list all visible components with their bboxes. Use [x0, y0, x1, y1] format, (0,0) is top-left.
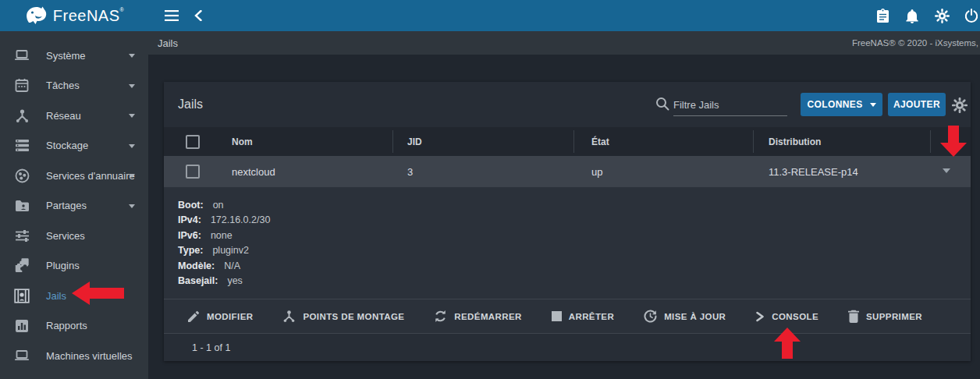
- search-icon: [655, 97, 669, 111]
- table-header: Nom JID État Distribution: [164, 127, 971, 156]
- detail-ipv4: IPv4:172.16.0.2/30: [178, 213, 971, 228]
- sidebar-item-stockage[interactable]: Stockage: [0, 131, 148, 161]
- pagination-footer: 1 - 1 of 1: [164, 333, 971, 361]
- row-details: Boot:on IPv4:172.16.0.2/30 IPv6:none Typ…: [164, 187, 971, 299]
- cell-jid: 3: [407, 166, 413, 178]
- select-all-checkbox[interactable]: [186, 135, 200, 149]
- freenas-app: FreeNAS®: [0, 0, 980, 379]
- console-button[interactable]: CONSOLE: [755, 311, 818, 322]
- sidebar-item-services[interactable]: Services: [0, 221, 148, 251]
- chevron-down-icon: [129, 114, 135, 118]
- column-header-jid[interactable]: JID: [407, 136, 422, 147]
- puzzle-icon: [14, 258, 30, 274]
- column-header-nom[interactable]: Nom: [232, 136, 253, 147]
- row-checkbox[interactable]: [186, 165, 200, 179]
- topbar: FreeNAS®: [0, 0, 980, 31]
- page-title: Jails: [178, 97, 203, 112]
- arreter-button[interactable]: ARRÊTER: [552, 311, 614, 321]
- copyright-text: FreeNAS® © 2020 - iXsystems,: [852, 38, 978, 48]
- sidebar-item-label: Réseau: [46, 110, 81, 122]
- cell-nom: nextcloud: [232, 166, 275, 178]
- mount-points-icon: [282, 310, 296, 323]
- sidebar-item-taches[interactable]: Tâches: [0, 71, 148, 101]
- detail-ipv6: IPv6:none: [178, 228, 971, 243]
- tasks-clipboard-icon[interactable]: [868, 0, 897, 31]
- sidebar-item-label: Tâches: [46, 80, 80, 91]
- breadcrumb-bar: Jails FreeNAS® © 2020 - iXsystems,: [148, 31, 980, 55]
- modifier-button[interactable]: MODIFIER: [187, 310, 253, 323]
- card-header: Jails COLONNES AJOUTER: [164, 82, 971, 127]
- column-divider: [573, 130, 574, 153]
- columns-button[interactable]: COLONNES: [801, 93, 882, 116]
- column-divider: [392, 130, 393, 153]
- jail-icon: [14, 288, 30, 303]
- sidebar-item-partages[interactable]: Partages: [0, 191, 148, 221]
- table-row[interactable]: nextcloud 3 up 11.3-RELEASE-p14: [164, 156, 971, 187]
- jails-card: Jails COLONNES AJOUTER: [164, 82, 971, 361]
- update-icon: [644, 310, 657, 323]
- points-de-montage-button[interactable]: POINTS DE MONTAGE: [282, 310, 404, 323]
- redemarrer-button[interactable]: REDÉMARRER: [434, 310, 521, 323]
- hamburger-menu-icon[interactable]: [158, 0, 186, 31]
- column-header-distribution[interactable]: Distribution: [769, 136, 821, 147]
- laptop-icon: [14, 348, 30, 363]
- bar-chart-icon: [14, 318, 30, 334]
- sidebar-item-label: Plugins: [46, 260, 80, 271]
- sidebar-item-systeme[interactable]: Système: [0, 41, 148, 71]
- chevron-down-icon: [129, 204, 135, 208]
- breadcrumb[interactable]: Jails: [158, 37, 178, 49]
- mise-a-jour-button[interactable]: MISE À JOUR: [644, 310, 726, 323]
- storage-icon: [14, 138, 30, 154]
- notifications-bell-icon[interactable]: [897, 0, 927, 31]
- cell-etat: up: [591, 166, 602, 178]
- calendar-icon: [14, 78, 30, 94]
- laptop-icon: [14, 48, 30, 63]
- sidebar-item-plugins[interactable]: Plugins: [0, 251, 148, 282]
- shark-logo-icon: [24, 5, 48, 26]
- sidebar-item-partial[interactable]: [0, 371, 148, 379]
- restart-icon: [434, 310, 447, 323]
- sidebar: Système Tâches Réseau Stockage Services: [0, 31, 148, 379]
- topbar-actions: [868, 0, 980, 31]
- power-icon[interactable]: [957, 0, 980, 31]
- chevron-down-icon: [129, 54, 135, 58]
- chevron-down-icon: [129, 174, 135, 178]
- settings-gear-icon[interactable]: [927, 0, 957, 31]
- detail-basejail: Basejail:yes: [178, 274, 971, 289]
- network-icon: [14, 108, 30, 123]
- trash-icon: [848, 310, 859, 323]
- supprimer-button[interactable]: SUPPRIMER: [848, 310, 922, 323]
- sidebar-item-label: Services: [46, 230, 85, 242]
- sidebar-item-reseau[interactable]: Réseau: [0, 101, 148, 131]
- freenas-logo[interactable]: FreeNAS®: [0, 0, 148, 31]
- sidebar-item-label: Stockage: [46, 140, 88, 151]
- row-expand-chevron-icon[interactable]: [943, 168, 950, 173]
- shares-folder-icon: [14, 198, 30, 214]
- sliders-icon: [14, 228, 30, 243]
- chevron-down-icon: [129, 144, 135, 148]
- chevron-down-icon: [870, 103, 876, 107]
- console-chevron-icon: [755, 311, 765, 322]
- detail-modele: Modèle:N/A: [178, 258, 971, 274]
- sidebar-item-rapports[interactable]: Rapports: [0, 311, 148, 342]
- stop-icon: [552, 311, 562, 321]
- add-button[interactable]: AJOUTER: [888, 93, 946, 116]
- sidebar-item-label: Rapports: [46, 320, 87, 331]
- sidebar-item-machines-virtuelles[interactable]: Machines virtuelles: [0, 341, 148, 371]
- settings-gear-icon[interactable]: [952, 97, 968, 113]
- chevron-left-icon[interactable]: [184, 0, 212, 31]
- sidebar-item-jails[interactable]: Jails: [0, 281, 148, 311]
- brand-name: FreeNAS®: [53, 7, 124, 25]
- column-header-etat[interactable]: État: [591, 136, 609, 147]
- pagination-range: 1 - 1 of 1: [192, 342, 230, 353]
- cell-distribution: 11.3-RELEASE-p14: [769, 166, 858, 178]
- column-divider: [753, 130, 754, 153]
- column-divider: [930, 130, 931, 153]
- pencil-icon: [187, 310, 200, 323]
- sidebar-item-services-annuaire[interactable]: Services d'annuaire: [0, 161, 148, 191]
- sidebar-item-label: Système: [46, 50, 86, 62]
- sidebar-item-label: Machines virtuelles: [46, 350, 133, 362]
- row-actions: MODIFIER POINTS DE MONTAGE REDÉMARRER AR…: [164, 299, 971, 333]
- filter-jails-input[interactable]: [673, 94, 787, 116]
- sidebar-item-label: Partages: [46, 200, 87, 211]
